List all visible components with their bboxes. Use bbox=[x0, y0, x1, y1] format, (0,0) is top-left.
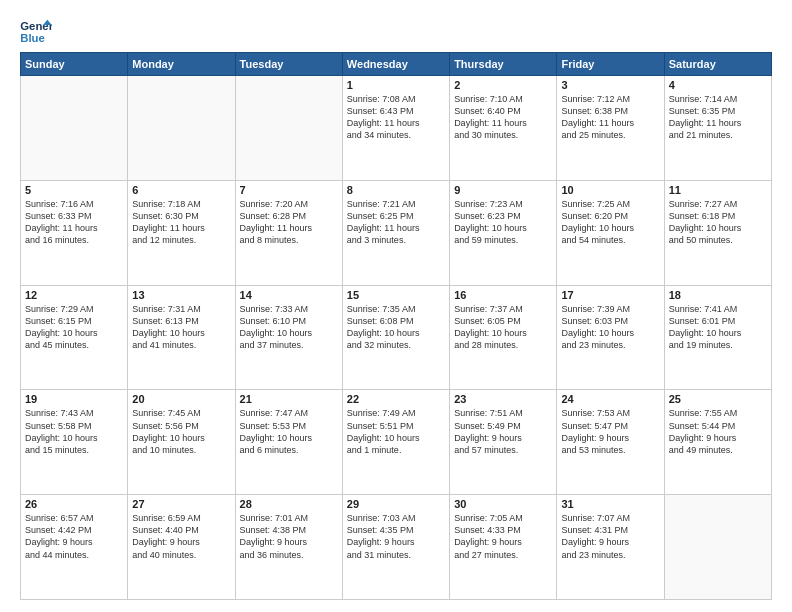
calendar-cell: 17Sunrise: 7:39 AM Sunset: 6:03 PM Dayli… bbox=[557, 285, 664, 390]
day-info: Sunrise: 7:07 AM Sunset: 4:31 PM Dayligh… bbox=[561, 512, 659, 561]
day-info: Sunrise: 7:10 AM Sunset: 6:40 PM Dayligh… bbox=[454, 93, 552, 142]
calendar-cell: 15Sunrise: 7:35 AM Sunset: 6:08 PM Dayli… bbox=[342, 285, 449, 390]
day-number: 30 bbox=[454, 498, 552, 510]
calendar-cell bbox=[128, 76, 235, 181]
day-number: 23 bbox=[454, 393, 552, 405]
day-info: Sunrise: 7:01 AM Sunset: 4:38 PM Dayligh… bbox=[240, 512, 338, 561]
calendar-cell bbox=[235, 76, 342, 181]
day-number: 28 bbox=[240, 498, 338, 510]
page: General Blue SundayMondayTuesdayWednesda… bbox=[0, 0, 792, 612]
calendar-cell: 21Sunrise: 7:47 AM Sunset: 5:53 PM Dayli… bbox=[235, 390, 342, 495]
day-number: 1 bbox=[347, 79, 445, 91]
calendar-table: SundayMondayTuesdayWednesdayThursdayFrid… bbox=[20, 52, 772, 600]
logo: General Blue bbox=[20, 18, 52, 46]
calendar-cell: 16Sunrise: 7:37 AM Sunset: 6:05 PM Dayli… bbox=[450, 285, 557, 390]
day-info: Sunrise: 7:49 AM Sunset: 5:51 PM Dayligh… bbox=[347, 407, 445, 456]
day-info: Sunrise: 7:47 AM Sunset: 5:53 PM Dayligh… bbox=[240, 407, 338, 456]
header: General Blue bbox=[20, 18, 772, 46]
calendar-cell: 2Sunrise: 7:10 AM Sunset: 6:40 PM Daylig… bbox=[450, 76, 557, 181]
calendar-cell: 22Sunrise: 7:49 AM Sunset: 5:51 PM Dayli… bbox=[342, 390, 449, 495]
day-number: 6 bbox=[132, 184, 230, 196]
day-number: 5 bbox=[25, 184, 123, 196]
week-row-3: 12Sunrise: 7:29 AM Sunset: 6:15 PM Dayli… bbox=[21, 285, 772, 390]
calendar-cell: 19Sunrise: 7:43 AM Sunset: 5:58 PM Dayli… bbox=[21, 390, 128, 495]
day-info: Sunrise: 7:39 AM Sunset: 6:03 PM Dayligh… bbox=[561, 303, 659, 352]
day-info: Sunrise: 6:59 AM Sunset: 4:40 PM Dayligh… bbox=[132, 512, 230, 561]
calendar-cell bbox=[664, 495, 771, 600]
weekday-header-tuesday: Tuesday bbox=[235, 53, 342, 76]
day-number: 20 bbox=[132, 393, 230, 405]
weekday-header-sunday: Sunday bbox=[21, 53, 128, 76]
day-info: Sunrise: 7:21 AM Sunset: 6:25 PM Dayligh… bbox=[347, 198, 445, 247]
calendar-cell: 10Sunrise: 7:25 AM Sunset: 6:20 PM Dayli… bbox=[557, 180, 664, 285]
day-info: Sunrise: 7:23 AM Sunset: 6:23 PM Dayligh… bbox=[454, 198, 552, 247]
day-info: Sunrise: 7:41 AM Sunset: 6:01 PM Dayligh… bbox=[669, 303, 767, 352]
weekday-header-saturday: Saturday bbox=[664, 53, 771, 76]
week-row-2: 5Sunrise: 7:16 AM Sunset: 6:33 PM Daylig… bbox=[21, 180, 772, 285]
weekday-header-friday: Friday bbox=[557, 53, 664, 76]
calendar-cell: 4Sunrise: 7:14 AM Sunset: 6:35 PM Daylig… bbox=[664, 76, 771, 181]
day-number: 7 bbox=[240, 184, 338, 196]
calendar-cell: 29Sunrise: 7:03 AM Sunset: 4:35 PM Dayli… bbox=[342, 495, 449, 600]
weekday-header-row: SundayMondayTuesdayWednesdayThursdayFrid… bbox=[21, 53, 772, 76]
calendar-cell: 12Sunrise: 7:29 AM Sunset: 6:15 PM Dayli… bbox=[21, 285, 128, 390]
day-number: 17 bbox=[561, 289, 659, 301]
calendar-cell: 9Sunrise: 7:23 AM Sunset: 6:23 PM Daylig… bbox=[450, 180, 557, 285]
day-info: Sunrise: 7:35 AM Sunset: 6:08 PM Dayligh… bbox=[347, 303, 445, 352]
day-number: 15 bbox=[347, 289, 445, 301]
day-number: 31 bbox=[561, 498, 659, 510]
week-row-1: 1Sunrise: 7:08 AM Sunset: 6:43 PM Daylig… bbox=[21, 76, 772, 181]
day-number: 21 bbox=[240, 393, 338, 405]
svg-text:Blue: Blue bbox=[20, 32, 45, 44]
calendar-cell: 5Sunrise: 7:16 AM Sunset: 6:33 PM Daylig… bbox=[21, 180, 128, 285]
day-info: Sunrise: 7:51 AM Sunset: 5:49 PM Dayligh… bbox=[454, 407, 552, 456]
day-number: 9 bbox=[454, 184, 552, 196]
day-info: Sunrise: 7:27 AM Sunset: 6:18 PM Dayligh… bbox=[669, 198, 767, 247]
day-number: 19 bbox=[25, 393, 123, 405]
day-number: 14 bbox=[240, 289, 338, 301]
calendar-cell: 7Sunrise: 7:20 AM Sunset: 6:28 PM Daylig… bbox=[235, 180, 342, 285]
day-number: 22 bbox=[347, 393, 445, 405]
day-number: 18 bbox=[669, 289, 767, 301]
day-number: 12 bbox=[25, 289, 123, 301]
day-number: 26 bbox=[25, 498, 123, 510]
day-info: Sunrise: 7:43 AM Sunset: 5:58 PM Dayligh… bbox=[25, 407, 123, 456]
day-info: Sunrise: 7:08 AM Sunset: 6:43 PM Dayligh… bbox=[347, 93, 445, 142]
day-number: 29 bbox=[347, 498, 445, 510]
day-number: 10 bbox=[561, 184, 659, 196]
day-info: Sunrise: 7:29 AM Sunset: 6:15 PM Dayligh… bbox=[25, 303, 123, 352]
day-info: Sunrise: 7:25 AM Sunset: 6:20 PM Dayligh… bbox=[561, 198, 659, 247]
day-number: 13 bbox=[132, 289, 230, 301]
calendar-cell: 3Sunrise: 7:12 AM Sunset: 6:38 PM Daylig… bbox=[557, 76, 664, 181]
day-number: 16 bbox=[454, 289, 552, 301]
calendar-cell: 28Sunrise: 7:01 AM Sunset: 4:38 PM Dayli… bbox=[235, 495, 342, 600]
day-info: Sunrise: 7:55 AM Sunset: 5:44 PM Dayligh… bbox=[669, 407, 767, 456]
weekday-header-thursday: Thursday bbox=[450, 53, 557, 76]
calendar-cell: 23Sunrise: 7:51 AM Sunset: 5:49 PM Dayli… bbox=[450, 390, 557, 495]
day-info: Sunrise: 7:18 AM Sunset: 6:30 PM Dayligh… bbox=[132, 198, 230, 247]
day-info: Sunrise: 7:31 AM Sunset: 6:13 PM Dayligh… bbox=[132, 303, 230, 352]
day-number: 3 bbox=[561, 79, 659, 91]
day-info: Sunrise: 7:53 AM Sunset: 5:47 PM Dayligh… bbox=[561, 407, 659, 456]
day-info: Sunrise: 7:03 AM Sunset: 4:35 PM Dayligh… bbox=[347, 512, 445, 561]
day-info: Sunrise: 7:14 AM Sunset: 6:35 PM Dayligh… bbox=[669, 93, 767, 142]
day-info: Sunrise: 7:33 AM Sunset: 6:10 PM Dayligh… bbox=[240, 303, 338, 352]
calendar-cell: 11Sunrise: 7:27 AM Sunset: 6:18 PM Dayli… bbox=[664, 180, 771, 285]
calendar-cell: 18Sunrise: 7:41 AM Sunset: 6:01 PM Dayli… bbox=[664, 285, 771, 390]
calendar-cell: 24Sunrise: 7:53 AM Sunset: 5:47 PM Dayli… bbox=[557, 390, 664, 495]
day-info: Sunrise: 7:16 AM Sunset: 6:33 PM Dayligh… bbox=[25, 198, 123, 247]
day-number: 11 bbox=[669, 184, 767, 196]
week-row-4: 19Sunrise: 7:43 AM Sunset: 5:58 PM Dayli… bbox=[21, 390, 772, 495]
weekday-header-monday: Monday bbox=[128, 53, 235, 76]
day-number: 8 bbox=[347, 184, 445, 196]
week-row-5: 26Sunrise: 6:57 AM Sunset: 4:42 PM Dayli… bbox=[21, 495, 772, 600]
weekday-header-wednesday: Wednesday bbox=[342, 53, 449, 76]
day-info: Sunrise: 7:45 AM Sunset: 5:56 PM Dayligh… bbox=[132, 407, 230, 456]
day-number: 2 bbox=[454, 79, 552, 91]
calendar-cell: 13Sunrise: 7:31 AM Sunset: 6:13 PM Dayli… bbox=[128, 285, 235, 390]
day-info: Sunrise: 7:12 AM Sunset: 6:38 PM Dayligh… bbox=[561, 93, 659, 142]
day-number: 4 bbox=[669, 79, 767, 91]
day-info: Sunrise: 7:05 AM Sunset: 4:33 PM Dayligh… bbox=[454, 512, 552, 561]
day-info: Sunrise: 7:20 AM Sunset: 6:28 PM Dayligh… bbox=[240, 198, 338, 247]
day-number: 25 bbox=[669, 393, 767, 405]
